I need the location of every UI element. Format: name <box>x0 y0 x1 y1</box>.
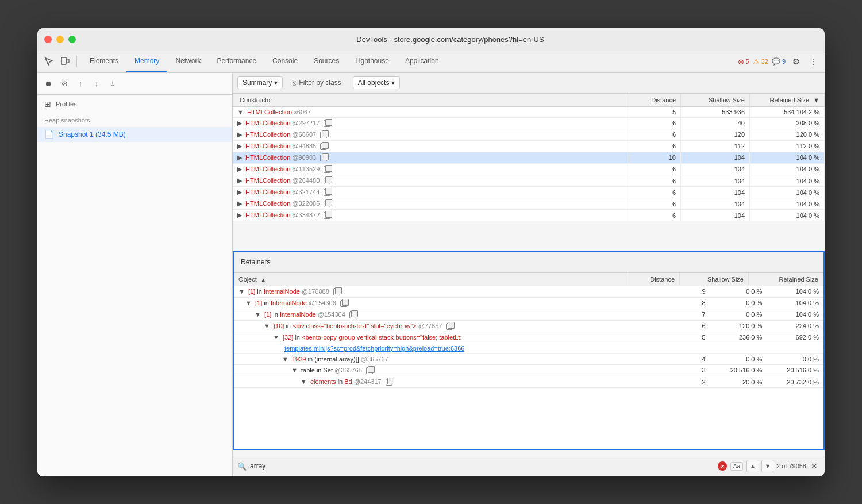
expand-arrow[interactable]: ▼ <box>237 109 244 116</box>
expand-arrow[interactable]: ▶ <box>237 177 242 184</box>
message-count: 9 <box>782 58 786 65</box>
error-count: 5 <box>746 58 749 65</box>
expand-arrow[interactable]: ▼ <box>273 334 279 341</box>
table-row[interactable]: ▶ HTMLCollection @113529 6 104 104 0 % <box>233 163 825 175</box>
col-header-distance[interactable]: Distance <box>629 94 681 107</box>
settings-icon[interactable]: ⚙ <box>789 55 803 68</box>
profiles-header: ⊞ Profiles <box>37 95 232 113</box>
col-header-retained[interactable]: Retained Size ▼ <box>750 94 825 107</box>
close-search-button[interactable]: ✕ <box>809 461 820 471</box>
expand-arrow[interactable]: ▼ <box>291 367 298 374</box>
tab-performance[interactable]: Performance <box>209 51 264 72</box>
more-icon[interactable]: ⋮ <box>806 55 820 68</box>
ret-row[interactable]: ▼ table in Set @365765 3 20 516 0 % 20 5… <box>234 364 823 376</box>
ret-row[interactable]: ▼ [1] in InternalNode @154306 8 0 0 % 10… <box>234 297 823 309</box>
tab-sources[interactable]: Sources <box>306 51 347 72</box>
retainers-panel: Retainers Object ▲ Distance Shallow Size… <box>233 251 825 450</box>
search-count: 2 of 79058 <box>776 463 806 470</box>
retainers-table-wrapper: ▼ [1] in InternalNode @170888 9 0 0 % 10… <box>234 286 823 449</box>
inspect-icon[interactable] <box>42 55 56 68</box>
retainers-header: Retainers <box>234 252 823 273</box>
expand-arrow[interactable]: ▶ <box>237 154 242 161</box>
table-row-selected[interactable]: ▶ HTMLCollection @90903 10 104 104 0 % <box>233 152 825 163</box>
filter-by-class-btn[interactable]: ⧖ Filter by class <box>287 77 345 89</box>
table-row[interactable]: ▶ HTMLCollection @322086 6 104 104 0 % <box>233 198 825 210</box>
svg-rect-1 <box>67 59 69 63</box>
record-icon[interactable]: ⏺ <box>42 77 55 90</box>
minimize-button[interactable] <box>56 36 64 43</box>
upload-icon[interactable]: ↑ <box>74 77 87 90</box>
search-input[interactable] <box>250 462 714 470</box>
sort-up-icon: ▲ <box>261 277 266 283</box>
objects-dropdown[interactable]: All objects ▾ <box>353 76 401 89</box>
col-header-constructor[interactable]: Constructor <box>233 94 629 107</box>
ret-row[interactable]: ▼ [1] in InternalNode @170888 9 0 0 % 10… <box>234 286 823 298</box>
snapshot-icon: 📄 <box>44 130 54 139</box>
expand-arrow[interactable]: ▶ <box>237 143 242 149</box>
ret-col-retained[interactable]: Retained Size <box>749 273 823 286</box>
collect-icon[interactable]: ⏚ <box>106 77 119 90</box>
expand-arrow[interactable]: ▶ <box>237 188 242 195</box>
search-up-button[interactable]: ▲ <box>746 460 759 472</box>
copy-icon <box>324 189 330 196</box>
top-table-wrapper: Constructor Distance Shallow Size Retain… <box>233 94 825 222</box>
match-case-button[interactable]: Aa <box>730 462 743 471</box>
ret-col-distance[interactable]: Distance <box>628 273 680 286</box>
table-row[interactable]: ▶ HTMLCollection @334372 6 104 104 0 % <box>233 210 825 221</box>
close-button[interactable] <box>44 36 52 43</box>
table-row[interactable]: ▶ HTMLCollection @297217 6 40 208 0 % <box>233 117 825 129</box>
snapshot-item[interactable]: 📄 Snapshot 1 (34.5 MB) <box>37 127 232 142</box>
tab-elements[interactable]: Elements <box>82 51 126 72</box>
table-row[interactable]: ▶ HTMLCollection @264480 6 104 104 0 % <box>233 175 825 186</box>
table-row[interactable]: ▶ HTMLCollection @94835 6 112 112 0 % <box>233 140 825 152</box>
expand-arrow[interactable]: ▶ <box>237 120 242 126</box>
summary-bar: Summary ▾ ⧖ Filter by class All objects … <box>233 73 825 94</box>
table-row[interactable]: ▶ HTMLCollection @321744 6 104 104 0 % <box>233 187 825 198</box>
tab-memory[interactable]: Memory <box>126 51 167 72</box>
copy-icon <box>446 323 453 330</box>
tab-lighthouse[interactable]: Lighthouse <box>347 51 397 72</box>
ret-row[interactable]: ▼ elements in Bd @244317 2 20 0 % 20 732 <box>234 376 823 387</box>
copy-icon <box>320 143 327 150</box>
svg-rect-0 <box>61 57 66 64</box>
expand-arrow[interactable]: ▶ <box>237 200 242 207</box>
source-link[interactable]: templates.min.js?sc=prod&fetchpriority=h… <box>284 345 464 352</box>
download-icon[interactable]: ↓ <box>90 77 103 90</box>
tab-network[interactable]: Network <box>167 51 209 72</box>
copy-icon <box>386 379 392 386</box>
expand-arrow[interactable]: ▼ <box>301 378 307 385</box>
ret-row[interactable]: ▼ [32] in <bento-copy-group vertical-sta… <box>234 332 823 343</box>
search-controls: ▲ ▼ 2 of 79058 ✕ <box>746 460 820 472</box>
maximize-button[interactable] <box>68 36 76 43</box>
chevron-down-icon2: ▾ <box>391 79 395 87</box>
expand-arrow[interactable]: ▼ <box>255 311 261 318</box>
copy-icon <box>333 288 340 295</box>
ret-row[interactable]: ▼ [10] in <div class="bento-rich-text" s… <box>234 320 823 332</box>
ret-col-object[interactable]: Object ▲ <box>234 273 628 286</box>
expand-arrow[interactable]: ▶ <box>237 166 242 172</box>
expand-arrow[interactable]: ▼ <box>245 299 252 306</box>
ret-row-link: templates.min.js?sc=prod&fetchpriority=h… <box>234 343 823 353</box>
expand-arrow[interactable]: ▼ <box>264 322 270 329</box>
col-header-shallow[interactable]: Shallow Size <box>681 94 750 107</box>
tab-application[interactable]: Application <box>397 51 447 72</box>
copy-icon <box>324 212 330 219</box>
ret-row[interactable]: ▼ [1] in InternalNode @154304 7 0 0 % 10… <box>234 309 823 320</box>
expand-arrow[interactable]: ▶ <box>237 211 242 218</box>
expand-arrow[interactable]: ▼ <box>238 288 245 295</box>
ret-col-shallow[interactable]: Shallow Size <box>680 273 749 286</box>
device-icon[interactable] <box>58 55 72 68</box>
copy-icon <box>324 178 330 184</box>
ret-row[interactable]: ▼ 1929 in (internal array)[] @365767 4 0… <box>234 353 823 364</box>
tab-console[interactable]: Console <box>264 51 306 72</box>
table-row[interactable]: ▼ HTMLCollection x6067 5 533 936 534 104… <box>233 106 825 117</box>
expand-arrow[interactable]: ▶ <box>237 131 242 138</box>
clear-search-button[interactable]: ✕ <box>718 461 727 471</box>
stop-icon[interactable]: ⊘ <box>58 77 71 90</box>
summary-dropdown[interactable]: Summary ▾ <box>237 76 283 89</box>
copy-icon <box>324 201 330 207</box>
devtools-toolbar: Elements Memory Network Performance Cons… <box>37 51 825 73</box>
table-row[interactable]: ▶ HTMLCollection @68607 6 120 120 0 % <box>233 129 825 140</box>
search-down-button[interactable]: ▼ <box>761 460 774 472</box>
expand-arrow[interactable]: ▼ <box>282 356 288 363</box>
